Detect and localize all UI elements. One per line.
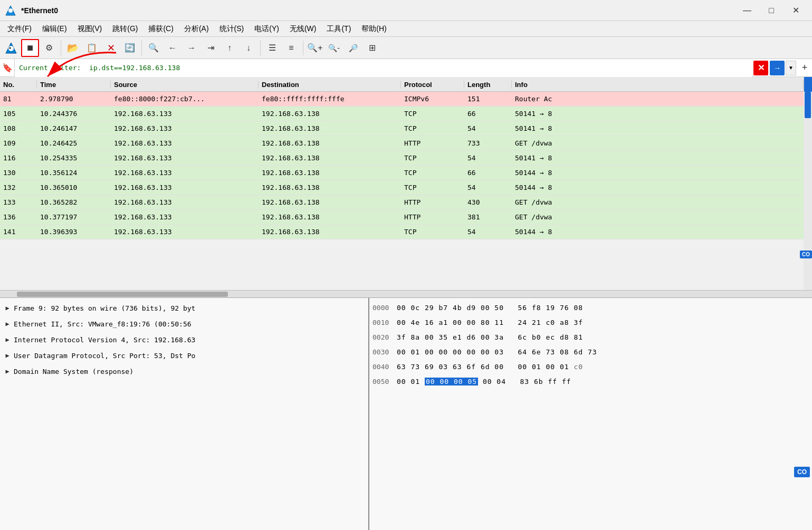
refresh-button[interactable]: ⚙ xyxy=(40,39,58,57)
table-row[interactable]: 130 10.356124 192.168.63.133 192.168.63.… xyxy=(0,166,804,180)
maximize-button[interactable]: □ xyxy=(759,0,784,21)
filter-add-button[interactable]: + xyxy=(797,61,812,75)
table-row[interactable]: 141 10.396393 192.168.63.133 192.168.63.… xyxy=(0,225,804,239)
table-row[interactable]: 116 10.254335 192.168.63.133 192.168.63.… xyxy=(0,151,804,166)
cell-info: 50141 → 8 xyxy=(512,124,795,132)
filter-input[interactable] xyxy=(15,59,752,77)
colorize-button[interactable]: ☰ xyxy=(263,39,281,57)
menu-capture[interactable]: 捕获(C) xyxy=(143,22,178,36)
cell-info: GET /dvwa xyxy=(512,198,795,206)
menu-stats[interactable]: 统计(S) xyxy=(214,22,250,36)
bottom-panels: ▶ Frame 9: 92 bytes on wire (736 bits), … xyxy=(0,297,812,530)
menu-edit[interactable]: 编辑(E) xyxy=(37,22,72,36)
filter-apply-button[interactable]: → xyxy=(770,61,785,75)
cell-no: 81 xyxy=(0,95,37,103)
hscroll-thumb[interactable] xyxy=(17,292,228,297)
search-button[interactable]: 🔍 xyxy=(145,39,163,57)
cell-time: 10.246147 xyxy=(37,124,111,132)
close-file-button[interactable]: ✕ xyxy=(102,39,120,57)
hex-bytes: 00 01 00 00 00 05 00 04 83 6b ff ff xyxy=(397,378,809,386)
hex-bytes: 00 4e 16 a1 00 00 80 11 24 21 c0 a8 3f xyxy=(397,319,809,326)
table-row[interactable]: 132 10.365010 192.168.63.133 192.168.63.… xyxy=(0,180,804,195)
table-row[interactable]: 81 2.978790 fe80::8000:f227:cb7... fe80:… xyxy=(0,92,804,107)
cell-info: 50144 → 8 xyxy=(512,169,795,177)
go-top-button[interactable]: ↑ xyxy=(221,39,238,57)
cell-no: 136 xyxy=(0,213,37,221)
table-row[interactable]: 136 10.377197 192.168.63.133 192.168.63.… xyxy=(0,210,804,225)
cell-length: 54 xyxy=(464,154,512,162)
minimize-button[interactable]: — xyxy=(735,0,759,21)
stop-capture-button[interactable]: ■ xyxy=(21,39,39,57)
cell-dst: 192.168.63.138 xyxy=(259,213,401,221)
zoom-normal-button[interactable]: 🔎 xyxy=(344,39,362,57)
cell-protocol: TCP xyxy=(401,124,464,132)
packet-rows: 81 2.978790 fe80::8000:f227:cb7... fe80:… xyxy=(0,92,812,290)
hex-row: 0020 3f 8a 00 35 e1 d6 00 3a 6c b0 ec d8… xyxy=(372,330,809,344)
filter-dropdown-button[interactable]: ▼ xyxy=(786,61,796,75)
svg-point-4 xyxy=(9,47,11,49)
list-item[interactable]: ▶ Internet Protocol Version 4, Src: 192.… xyxy=(0,332,368,348)
go-forward-button[interactable]: → xyxy=(183,39,200,57)
menu-file[interactable]: 文件(F) xyxy=(2,22,37,36)
col-destination: Destination xyxy=(259,81,401,89)
menu-view[interactable]: 视图(V) xyxy=(72,22,108,36)
scrollbar-track[interactable]: CO xyxy=(805,92,811,290)
hex-row: 0000 00 0c 29 b7 4b d9 00 50 56 f8 19 76… xyxy=(372,300,809,315)
cell-dst: 192.168.63.138 xyxy=(259,124,401,132)
reload-button[interactable]: 🔄 xyxy=(121,39,139,57)
cell-length: 54 xyxy=(464,184,512,191)
menu-analyze[interactable]: 分析(A) xyxy=(179,22,214,36)
toolbar-sep4 xyxy=(303,41,303,55)
open-file-button[interactable]: 📂 xyxy=(64,39,82,57)
packet-scrollbar[interactable]: CO xyxy=(804,92,812,290)
hex-bytes: 00 0c 29 b7 4b d9 00 50 56 f8 19 76 08 xyxy=(397,304,809,312)
go-bottom-button[interactable]: ↓ xyxy=(240,39,257,57)
cell-length: 381 xyxy=(464,213,512,221)
menu-wireless[interactable]: 无线(W) xyxy=(284,22,322,36)
filter-bar: 🔖 ✕ → ▼ + xyxy=(0,59,812,77)
col-time: Time xyxy=(37,81,111,89)
hex-bytes: 00 01 00 00 00 00 00 03 64 6e 73 08 6d 7… xyxy=(397,348,809,356)
table-row[interactable]: 105 10.244376 192.168.63.133 192.168.63.… xyxy=(0,107,804,121)
cell-time: 10.244376 xyxy=(37,110,111,118)
cell-time: 10.246425 xyxy=(37,139,111,147)
expand-icon: ▶ xyxy=(3,367,12,375)
list-item[interactable]: ▶ Domain Name System (response) xyxy=(0,363,368,379)
list-item[interactable]: ▶ User Datagram Protocol, Src Port: 53, … xyxy=(0,348,368,363)
menu-goto[interactable]: 跳转(G) xyxy=(107,22,143,36)
list-item[interactable]: ▶ Frame 9: 92 bytes on wire (736 bits), … xyxy=(0,300,368,316)
cell-info: GET /dvwa xyxy=(512,139,795,147)
shark-icon[interactable] xyxy=(2,39,20,57)
packet-list-area: No. Time Source Destination Protocol Len… xyxy=(0,77,812,297)
col-info: Info xyxy=(512,81,804,89)
packet-list-header: No. Time Source Destination Protocol Len… xyxy=(0,77,812,92)
menu-help[interactable]: 帮助(H) xyxy=(356,22,391,36)
scrollbar-thumb[interactable] xyxy=(805,92,811,118)
go-back-button[interactable]: ← xyxy=(164,39,181,57)
zoom-out-button[interactable]: 🔍- xyxy=(325,39,343,57)
autoscroll-button[interactable]: ≡ xyxy=(282,39,300,57)
close-button[interactable]: ✕ xyxy=(784,0,808,21)
cell-protocol: TCP xyxy=(401,154,464,162)
list-item[interactable]: ▶ Ethernet II, Src: VMware_f8:19:76 (00:… xyxy=(0,316,368,332)
menu-phone[interactable]: 电话(Y) xyxy=(249,22,284,36)
table-row[interactable]: 108 10.246147 192.168.63.133 192.168.63.… xyxy=(0,121,804,136)
save-button[interactable]: 📋 xyxy=(83,39,101,57)
window-controls: — □ ✕ xyxy=(735,0,808,21)
horizontal-scrollbar[interactable] xyxy=(0,290,812,297)
table-row[interactable]: 109 10.246425 192.168.63.133 192.168.63.… xyxy=(0,136,804,151)
jump-button[interactable]: ⇥ xyxy=(202,39,219,57)
menu-tools[interactable]: 工具(T) xyxy=(321,22,356,36)
cell-info: 50144 → 8 xyxy=(512,228,795,236)
zoom-in-button[interactable]: 🔍+ xyxy=(306,39,324,57)
hex-offset: 0050 xyxy=(372,378,394,386)
resize-columns-button[interactable]: ⊞ xyxy=(363,39,381,57)
cell-src: 192.168.63.133 xyxy=(111,213,259,221)
filter-bookmark-icon[interactable]: 🔖 xyxy=(0,59,15,77)
cell-src: 192.168.63.133 xyxy=(111,228,259,236)
hex-row: 0010 00 4e 16 a1 00 00 80 11 24 21 c0 a8… xyxy=(372,315,809,330)
cell-time: 10.365010 xyxy=(37,184,111,191)
filter-clear-button[interactable]: ✕ xyxy=(753,61,768,75)
cell-length: 54 xyxy=(464,124,512,132)
table-row[interactable]: 133 10.365282 192.168.63.133 192.168.63.… xyxy=(0,195,804,210)
